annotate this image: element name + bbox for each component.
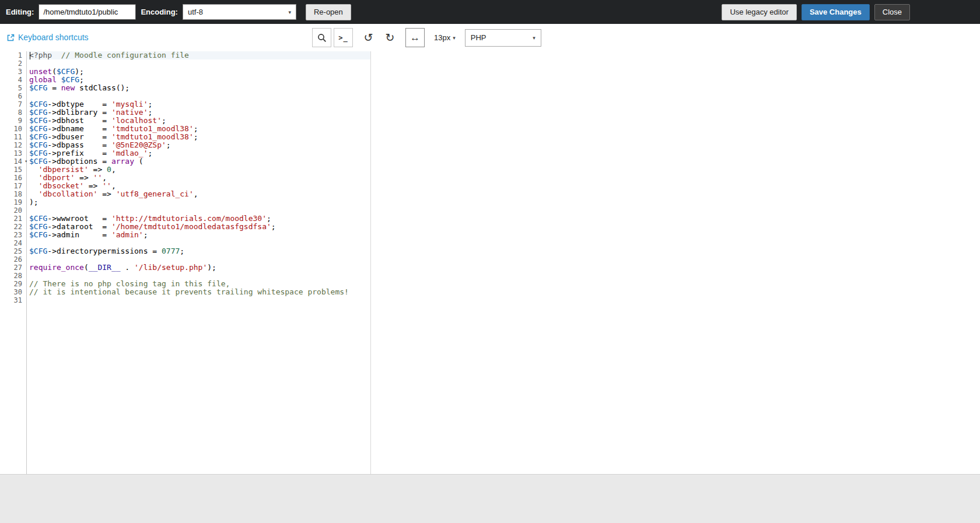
code-line-text: );: [27, 198, 38, 206]
code-line[interactable]: 9$CFG->dbhost = 'localhost';: [0, 117, 980, 125]
code-line-text: [27, 92, 29, 100]
code-line[interactable]: 5$CFG = new stdClass();: [0, 84, 980, 92]
code-line[interactable]: 16 'dbport' => '',: [0, 174, 980, 182]
code-line[interactable]: 12$CFG->dbpass = '@5nE20@ZSp';: [0, 141, 980, 149]
code-line-text: [27, 59, 29, 68]
font-size-value: 13px: [434, 33, 450, 42]
close-button[interactable]: Close: [874, 4, 910, 20]
code-line-text: $CFG->dbuser = 'tmdtuto1_moodl38';: [27, 133, 198, 141]
search-button[interactable]: [312, 28, 331, 47]
fold-arrow-icon[interactable]: ▾: [24, 159, 27, 164]
line-number: 10: [0, 125, 27, 133]
toolbar-tools: >_ ↺ ↻ ↔ 13px ▾ PHP ▾: [312, 28, 541, 47]
terminal-button[interactable]: >_: [334, 28, 353, 47]
code-line[interactable]: 19);: [0, 198, 980, 206]
keyboard-shortcuts-label: Keyboard shortcuts: [18, 33, 89, 42]
word-wrap-button[interactable]: ↔: [405, 28, 425, 47]
page-background-strip: [0, 474, 980, 523]
line-number: 15: [0, 166, 27, 174]
code-line-text: [27, 272, 29, 280]
code-line[interactable]: 31: [0, 296, 980, 304]
keyboard-shortcuts-link[interactable]: Keyboard shortcuts: [7, 33, 89, 42]
line-number: 29: [0, 280, 27, 288]
code-line-text: $CFG->wwwroot = 'http://tmdtutorials.com…: [27, 215, 271, 223]
font-size-dropdown[interactable]: 13px ▾: [430, 28, 459, 47]
line-number: 6: [0, 92, 27, 100]
code-line[interactable]: 23$CFG->admin = 'admin';: [0, 231, 980, 239]
code-line[interactable]: 17 'dbsocket' => '',: [0, 182, 980, 190]
line-number: 13: [0, 149, 27, 157]
code-line[interactable]: 22$CFG->dataroot = '/home/tmdtuto1/moodl…: [0, 223, 980, 231]
line-number: 30: [0, 288, 27, 296]
chevron-down-icon: ▾: [533, 35, 536, 41]
external-link-icon: [7, 34, 15, 41]
code-line-text: $CFG = new stdClass();: [27, 84, 130, 92]
line-number: 4: [0, 76, 27, 84]
code-line[interactable]: 24: [0, 239, 980, 247]
terminal-prompt-icon: >_: [338, 34, 348, 42]
line-number: 27: [0, 264, 27, 272]
code-line[interactable]: 2: [0, 59, 980, 68]
code-line-text: $CFG->dbpass = '@5nE20@ZSp';: [27, 141, 171, 149]
code-line[interactable]: 1<?php // Moodle configuration file: [0, 51, 980, 59]
encoding-select[interactable]: utf-8 ▾: [183, 4, 296, 20]
undo-button[interactable]: ↺: [359, 28, 378, 47]
search-icon: [317, 33, 327, 43]
code-line[interactable]: 27require_once(__DIR__ . '/lib/setup.php…: [0, 264, 980, 272]
encoding-selected-value: utf-8: [188, 8, 203, 16]
line-number: 3: [0, 68, 27, 76]
code-line[interactable]: 7$CFG->dbtype = 'mysqli';: [0, 100, 980, 108]
code-line-text: $CFG->dataroot = '/home/tmdtuto1/moodled…: [27, 223, 276, 231]
code-line[interactable]: 8$CFG->dblibrary = 'native';: [0, 108, 980, 117]
code-line[interactable]: 30// it is intentional because it preven…: [0, 288, 980, 296]
code-editor[interactable]: 1<?php // Moodle configuration file23uns…: [0, 51, 980, 474]
code-line-text: [27, 296, 29, 304]
code-line[interactable]: 14▾$CFG->dboptions = array (: [0, 157, 980, 166]
code-line-text: $CFG->dbname = 'tmdtuto1_moodl38';: [27, 125, 198, 133]
code-line-text: $CFG->dbhost = 'localhost';: [27, 117, 166, 125]
code-line-text: [27, 239, 29, 247]
code-line-text: global $CFG;: [27, 76, 84, 84]
line-number: 23: [0, 231, 27, 239]
use-legacy-editor-button[interactable]: Use legacy editor: [722, 4, 796, 20]
code-line[interactable]: 26: [0, 255, 980, 264]
save-changes-button[interactable]: Save Changes: [802, 4, 870, 20]
line-number: 8: [0, 108, 27, 117]
line-number: 21: [0, 215, 27, 223]
code-line-text: unset($CFG);: [27, 68, 84, 76]
chevron-down-icon: ▾: [453, 35, 456, 41]
line-number: 1: [0, 51, 27, 59]
chevron-down-icon: ▾: [288, 9, 291, 15]
redo-button[interactable]: ↻: [380, 28, 400, 47]
line-number: 25: [0, 247, 27, 255]
code-lines: 1<?php // Moodle configuration file23uns…: [0, 51, 980, 304]
editor-topbar: Editing: Encoding: utf-8 ▾ Re-open Use l…: [0, 0, 980, 24]
code-line-text: 'dbcollation' => 'utf8_general_ci',: [27, 190, 198, 198]
code-line-text: $CFG->prefix = 'mdlao_';: [27, 149, 152, 157]
line-number: 28: [0, 272, 27, 280]
code-line[interactable]: 15 'dbpersist' => 0,: [0, 166, 980, 174]
code-line[interactable]: 28: [0, 272, 980, 280]
line-number: 12: [0, 141, 27, 149]
reopen-button[interactable]: Re-open: [306, 4, 351, 20]
undo-icon: ↺: [364, 31, 373, 44]
code-line[interactable]: 29// There is no php closing tag in this…: [0, 280, 980, 288]
code-line[interactable]: 13$CFG->prefix = 'mdlao_';: [0, 149, 980, 157]
code-line[interactable]: 11$CFG->dbuser = 'tmdtuto1_moodl38';: [0, 133, 980, 141]
text-cursor: [30, 52, 30, 59]
editing-label: Editing:: [6, 8, 34, 16]
language-select[interactable]: PHP ▾: [465, 29, 541, 47]
file-path-input[interactable]: [38, 4, 136, 20]
code-line[interactable]: 21$CFG->wwwroot = 'http://tmdtutorials.c…: [0, 215, 980, 223]
code-line[interactable]: 25$CFG->directorypermissions = 0777;: [0, 247, 980, 255]
code-line-text: [27, 255, 29, 264]
code-line[interactable]: 10$CFG->dbname = 'tmdtuto1_moodl38';: [0, 125, 980, 133]
line-number: 14▾: [0, 157, 27, 166]
code-line[interactable]: 3unset($CFG);: [0, 68, 980, 76]
code-line[interactable]: 20: [0, 206, 980, 215]
code-line[interactable]: 4global $CFG;: [0, 76, 980, 84]
word-wrap-icon: ↔: [410, 32, 420, 44]
code-line[interactable]: 6: [0, 92, 980, 100]
line-number: 5: [0, 84, 27, 92]
code-line[interactable]: 18 'dbcollation' => 'utf8_general_ci',: [0, 190, 980, 198]
